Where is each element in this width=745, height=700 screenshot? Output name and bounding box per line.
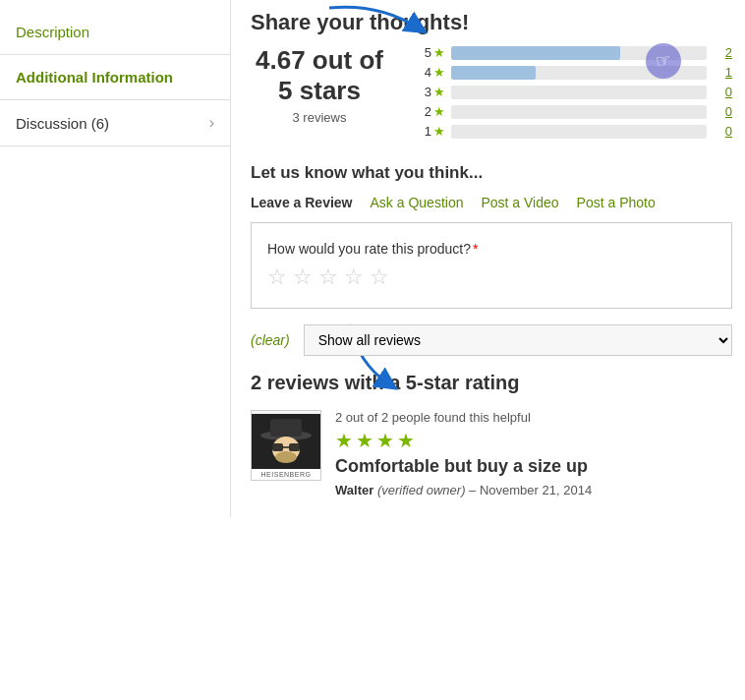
avatar-label: HEISENBERG: [252, 469, 320, 480]
rate-product-box: How would you rate this product?* ☆ ☆ ☆ …: [251, 222, 732, 309]
star-5[interactable]: ☆: [370, 264, 389, 290]
rating-bar-row-2[interactable]: 2 ★ 0: [418, 104, 732, 119]
rating-bar-row-4[interactable]: 4 ★ 1: [418, 65, 732, 80]
star-rating-input[interactable]: ☆ ☆ ☆ ☆ ☆: [267, 264, 716, 290]
svg-rect-3: [270, 419, 302, 437]
rating-bars: 5 ★ 2 4 ★ 1 3 ★ 0: [418, 45, 732, 144]
review-item: HEISENBERG 2 out of 2 people found this …: [251, 410, 732, 497]
sidebar-item-discussion-label: Discussion (6): [16, 115, 109, 132]
bar-track-3: [451, 86, 707, 99]
star-1[interactable]: ☆: [267, 264, 287, 290]
star-label-1: 1 ★: [418, 124, 445, 139]
bar-count-1[interactable]: 0: [713, 124, 732, 139]
required-indicator: *: [473, 241, 478, 257]
star-label-3: 3 ★: [418, 85, 445, 99]
review-meta: Walter (verified owner) – November 21, 2…: [335, 483, 732, 497]
helpful-text: 2 out of 2 people found this helpful: [335, 410, 732, 425]
reviews-count: 3 reviews: [251, 110, 388, 125]
sidebar-item-additional-info[interactable]: Additional Information: [0, 55, 230, 100]
bar-count-5[interactable]: 2: [713, 45, 732, 60]
review-tabs: Leave a Review Ask a Question Post a Vid…: [251, 195, 732, 210]
sidebar-item-discussion[interactable]: Discussion (6) ›: [0, 100, 230, 146]
review-body: 2 out of 2 people found this helpful ★ ★…: [335, 410, 732, 497]
cursor-overlay: ☞: [646, 43, 681, 79]
star-2[interactable]: ☆: [293, 264, 313, 290]
sidebar-item-description[interactable]: Description: [0, 10, 230, 55]
bar-fill-5: [451, 46, 620, 60]
sidebar: Description Additional Information Discu…: [0, 0, 231, 517]
tab-leave-review[interactable]: Leave a Review: [251, 195, 353, 210]
review-title: Comfortable but buy a size up: [335, 456, 588, 476]
bar-count-4[interactable]: 1: [713, 65, 732, 80]
bar-count-3[interactable]: 0: [713, 85, 732, 99]
star-icon-3: ★: [433, 85, 445, 99]
star-3[interactable]: ☆: [318, 264, 338, 290]
review-star-1: ★: [335, 429, 353, 452]
main-content: Share your thoughts! 4.67 out of 5 stars…: [231, 0, 745, 517]
star-icon-1: ★: [433, 124, 445, 139]
filter-row: (clear) Show all reviews 5 stars 4 stars…: [251, 324, 732, 356]
review-star-3: ★: [376, 429, 394, 452]
bar-track-2: [451, 105, 707, 119]
let-us-know-heading: Let us know what you think...: [251, 163, 732, 183]
bar-track-1: [451, 125, 707, 139]
star-label-5: 5 ★: [418, 45, 445, 60]
sidebar-item-description-label: Description: [16, 24, 89, 40]
star-4[interactable]: ☆: [344, 264, 364, 290]
rating-bar-row-5[interactable]: 5 ★ 2: [418, 45, 732, 60]
tab-ask-question[interactable]: Ask a Question: [371, 195, 464, 210]
chevron-right-icon: ›: [209, 114, 214, 132]
avatar-image: [251, 414, 321, 469]
review-star-4: ★: [397, 429, 415, 452]
star-label-4: 4 ★: [418, 65, 445, 80]
review-star-2: ★: [356, 429, 373, 452]
filter-select[interactable]: Show all reviews 5 stars 4 stars 3 stars…: [304, 324, 732, 356]
rate-question: How would you rate this product?*: [267, 241, 716, 257]
cursor-hand-icon: ☞: [654, 49, 673, 73]
review-verified: (verified owner): [377, 483, 466, 497]
review-author: Walter: [335, 483, 373, 497]
sidebar-item-additional-info-label: Additional Information: [16, 69, 173, 86]
star-label-2: 2 ★: [418, 104, 445, 119]
svg-rect-6: [272, 443, 283, 451]
avatar-svg: [257, 416, 315, 467]
star-icon-5: ★: [433, 45, 445, 60]
filtered-reviews-heading: 2 reviews with a 5-star rating: [251, 372, 732, 394]
svg-rect-7: [289, 443, 300, 451]
rating-bar-row-1[interactable]: 1 ★ 0: [418, 124, 732, 139]
blue-arrow-top: [319, 0, 437, 47]
svg-point-5: [275, 451, 297, 463]
overall-rating-text: 4.67 out of 5 stars: [251, 45, 388, 106]
star-icon-2: ★: [433, 104, 445, 119]
filter-wrap: (clear) Show all reviews 5 stars 4 stars…: [251, 324, 732, 356]
tab-post-video[interactable]: Post a Video: [481, 195, 558, 210]
reviewer-avatar: HEISENBERG: [251, 410, 321, 481]
rating-summary: 4.67 out of 5 stars 3 reviews 5 ★ 2 4 ★: [251, 45, 732, 144]
review-stars: ★ ★ ★ ★: [335, 429, 732, 452]
bar-fill-4: [451, 66, 536, 80]
clear-filter-link[interactable]: (clear): [251, 332, 290, 348]
review-title-wrap: Comfortable but buy a size up: [335, 456, 732, 477]
rating-overall: 4.67 out of 5 stars 3 reviews: [251, 45, 388, 125]
rating-bar-row-3[interactable]: 3 ★ 0: [418, 85, 732, 99]
review-date: – November 21, 2014: [469, 483, 592, 497]
tab-post-photo[interactable]: Post a Photo: [577, 195, 656, 210]
star-icon-4: ★: [433, 65, 445, 80]
bar-count-2[interactable]: 0: [713, 104, 732, 119]
